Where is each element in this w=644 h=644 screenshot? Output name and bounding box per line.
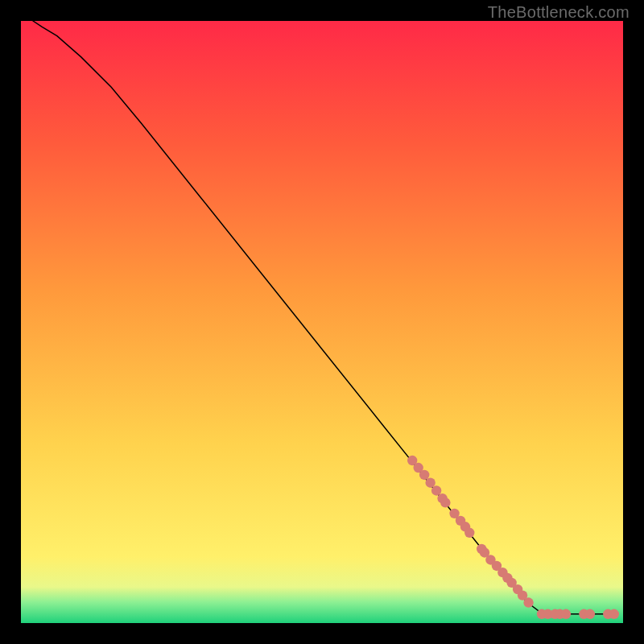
chart-frame: TheBottleneck.com bbox=[0, 0, 644, 644]
data-point bbox=[440, 497, 450, 507]
watermark-label: TheBottleneck.com bbox=[488, 3, 630, 22]
chart-svg bbox=[21, 21, 623, 623]
data-point bbox=[609, 609, 619, 619]
data-point bbox=[585, 609, 595, 619]
data-point bbox=[425, 478, 435, 488]
data-point bbox=[523, 597, 533, 607]
data-point bbox=[561, 609, 571, 619]
data-point bbox=[464, 528, 474, 538]
gradient-background bbox=[21, 21, 623, 623]
data-point bbox=[431, 485, 441, 495]
plot-area bbox=[21, 21, 623, 623]
data-point bbox=[419, 470, 429, 480]
